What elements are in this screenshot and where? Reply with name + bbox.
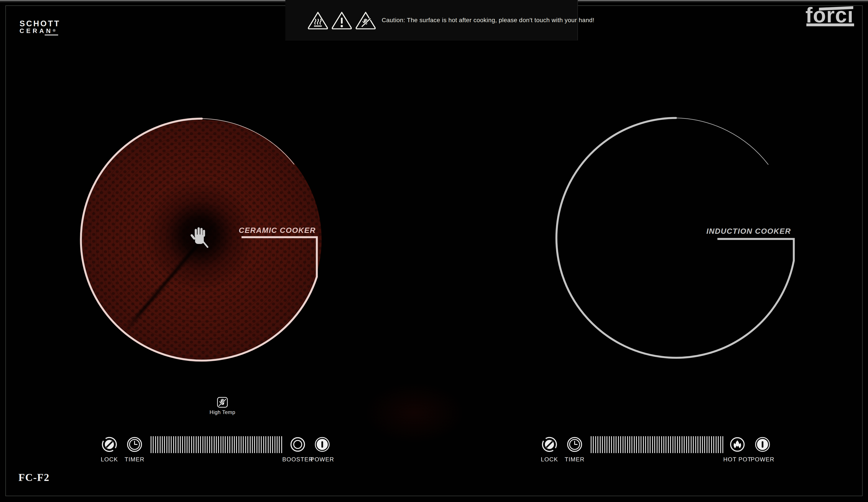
slider-segment[interactable]	[243, 436, 244, 453]
slider-segment[interactable]	[625, 436, 626, 453]
slider-segment[interactable]	[236, 436, 237, 453]
slider-segment[interactable]	[209, 436, 210, 453]
slider-segment[interactable]	[716, 436, 716, 453]
slider-segment[interactable]	[602, 436, 603, 453]
slider-segment[interactable]	[160, 436, 161, 453]
slider-segment[interactable]	[216, 436, 217, 453]
slider-segment[interactable]	[205, 436, 206, 453]
slider-segment[interactable]	[234, 436, 235, 453]
slider-segment[interactable]	[593, 436, 594, 453]
slider-segment[interactable]	[187, 436, 187, 453]
slider-segment[interactable]	[268, 436, 269, 453]
power-button-left[interactable]	[314, 436, 331, 453]
slider-segment[interactable]	[203, 436, 203, 453]
timer-button-right[interactable]	[566, 436, 583, 453]
slider-segment[interactable]	[153, 436, 154, 453]
slider-segment[interactable]	[713, 436, 714, 453]
slider-segment[interactable]	[693, 436, 694, 453]
power-slider-right[interactable]	[591, 436, 723, 453]
slider-segment[interactable]	[164, 436, 165, 453]
slider-segment[interactable]	[252, 436, 253, 453]
slider-segment[interactable]	[261, 436, 262, 453]
slider-segment[interactable]	[225, 436, 226, 453]
slider-segment[interactable]	[257, 436, 257, 453]
slider-segment[interactable]	[650, 436, 651, 453]
slider-segment[interactable]	[638, 436, 639, 453]
slider-segment[interactable]	[198, 436, 199, 453]
slider-segment[interactable]	[607, 436, 607, 453]
slider-segment[interactable]	[214, 436, 215, 453]
slider-segment[interactable]	[668, 436, 669, 453]
slider-segment[interactable]	[661, 436, 662, 453]
slider-segment[interactable]	[171, 436, 172, 453]
slider-segment[interactable]	[189, 436, 190, 453]
slider-segment[interactable]	[631, 436, 632, 453]
slider-segment[interactable]	[700, 436, 701, 453]
slider-segment[interactable]	[279, 436, 280, 453]
slider-segment[interactable]	[636, 436, 637, 453]
slider-segment[interactable]	[169, 436, 169, 453]
slider-segment[interactable]	[211, 436, 212, 453]
slider-segment[interactable]	[675, 436, 675, 453]
slider-segment[interactable]	[604, 436, 605, 453]
slider-segment[interactable]	[684, 436, 685, 453]
slider-segment[interactable]	[223, 436, 224, 453]
slider-segment[interactable]	[162, 436, 163, 453]
slider-segment[interactable]	[180, 436, 181, 453]
slider-segment[interactable]	[227, 436, 228, 453]
slider-segment[interactable]	[627, 436, 628, 453]
slider-segment[interactable]	[155, 436, 156, 453]
slider-segment[interactable]	[706, 436, 707, 453]
slider-segment[interactable]	[720, 436, 721, 453]
slider-segment[interactable]	[595, 436, 596, 453]
slider-segment[interactable]	[613, 436, 614, 453]
slider-segment[interactable]	[229, 436, 230, 453]
slider-segment[interactable]	[718, 436, 719, 453]
slider-segment[interactable]	[634, 436, 635, 453]
slider-segment[interactable]	[173, 436, 174, 453]
slider-segment[interactable]	[629, 436, 630, 453]
timer-button-left[interactable]	[126, 436, 143, 453]
slider-segment[interactable]	[670, 436, 671, 453]
slider-segment[interactable]	[193, 436, 194, 453]
slider-segment[interactable]	[620, 436, 621, 453]
power-slider-left[interactable]	[151, 436, 282, 453]
slider-segment[interactable]	[691, 436, 692, 453]
slider-segment[interactable]	[275, 436, 275, 453]
slider-segment[interactable]	[648, 436, 648, 453]
slider-segment[interactable]	[178, 436, 178, 453]
booster-button[interactable]	[289, 436, 306, 453]
slider-segment[interactable]	[665, 436, 666, 453]
slider-segment[interactable]	[643, 436, 644, 453]
slider-segment[interactable]	[200, 436, 201, 453]
slider-segment[interactable]	[272, 436, 273, 453]
slider-segment[interactable]	[657, 436, 658, 453]
slider-segment[interactable]	[166, 436, 167, 453]
slider-segment[interactable]	[618, 436, 619, 453]
slider-segment[interactable]	[277, 436, 278, 453]
slider-segment[interactable]	[622, 436, 623, 453]
slider-segment[interactable]	[175, 436, 176, 453]
slider-segment[interactable]	[659, 436, 660, 453]
slider-segment[interactable]	[679, 436, 680, 453]
slider-segment[interactable]	[672, 436, 673, 453]
slider-segment[interactable]	[241, 436, 241, 453]
power-button-right[interactable]	[754, 436, 771, 453]
slider-segment[interactable]	[232, 436, 232, 453]
slider-segment[interactable]	[677, 436, 678, 453]
slider-segment[interactable]	[702, 436, 703, 453]
slider-segment[interactable]	[218, 436, 219, 453]
slider-segment[interactable]	[263, 436, 264, 453]
slider-segment[interactable]	[259, 436, 259, 453]
slider-segment[interactable]	[616, 436, 617, 453]
slider-segment[interactable]	[245, 436, 246, 453]
slider-segment[interactable]	[654, 436, 655, 453]
slider-segment[interactable]	[704, 436, 705, 453]
hot-pot-button[interactable]	[729, 436, 746, 453]
slider-segment[interactable]	[695, 436, 696, 453]
slider-segment[interactable]	[207, 436, 208, 453]
slider-segment[interactable]	[709, 436, 710, 453]
slider-segment[interactable]	[281, 436, 282, 453]
slider-segment[interactable]	[238, 436, 239, 453]
slider-segment[interactable]	[641, 436, 641, 453]
